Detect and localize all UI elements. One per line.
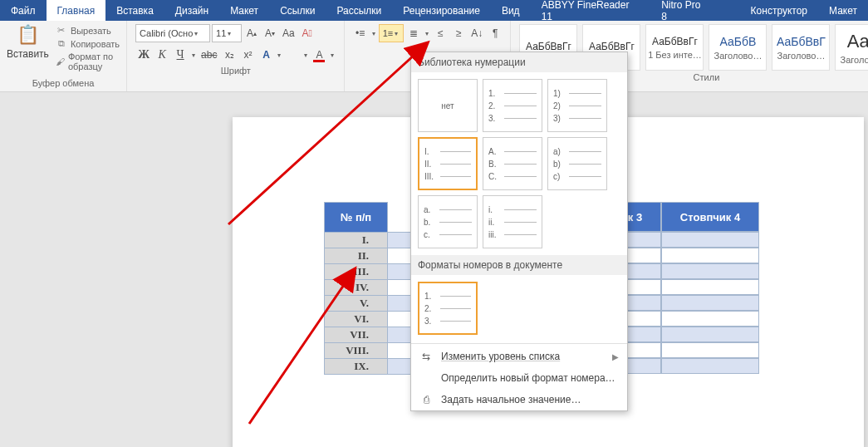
numbering-thumb-123dot[interactable]: 1.2.3. xyxy=(483,79,542,132)
strikethrough-button[interactable]: abc xyxy=(199,46,219,64)
copy-label: Копировать xyxy=(71,39,120,49)
style-item[interactable]: АаБбВвГг1 Без инте… xyxy=(645,24,704,71)
row-number-cell[interactable]: VIII. xyxy=(325,343,388,359)
table-header-num: № п/п xyxy=(325,203,388,233)
row-number-cell[interactable]: II. xyxy=(325,248,388,264)
increase-indent-button[interactable]: ≥ xyxy=(450,24,467,42)
table-cell[interactable] xyxy=(661,327,759,342)
change-case-button[interactable]: Aa xyxy=(280,24,297,42)
format-painter-button[interactable]: 🖌Формат по образцу xyxy=(56,51,120,72)
numbering-thumb-abc-lower[interactable]: a.b.c. xyxy=(418,195,478,248)
group-font-label: Шрифт xyxy=(221,64,251,79)
paste-button[interactable]: 📋 Вставить xyxy=(3,24,52,60)
numbering-dropdown: Библиотека нумерации нет 1.2.3. 1)2)3) I… xyxy=(410,52,628,411)
ribbon-tabs: Файл Главная Вставка Дизайн Макет Ссылки… xyxy=(0,0,868,21)
table-header-c4: Стовпчик 4 xyxy=(661,202,759,232)
superscript-button[interactable]: x² xyxy=(239,46,256,64)
chevron-down-icon: ▾ xyxy=(226,30,233,37)
chevron-down-icon: ▾ xyxy=(393,30,400,37)
tab-insert[interactable]: Вставка xyxy=(105,0,164,21)
doc-formats-grid: 1.2.3. xyxy=(411,275,627,341)
table-cell[interactable] xyxy=(661,232,759,248)
highlight-button[interactable] xyxy=(284,46,301,64)
font-color-button[interactable]: A xyxy=(311,46,327,64)
row-number-cell[interactable]: IV. xyxy=(325,280,388,296)
row-number-cell[interactable]: V. xyxy=(325,296,388,312)
brush-icon: 🖌 xyxy=(56,56,65,66)
style-item[interactable]: АаБбВвГЗаголово… xyxy=(772,24,830,71)
tab-home[interactable]: Главная xyxy=(47,0,106,21)
row-number-cell[interactable]: VII. xyxy=(325,327,388,343)
shrink-font-button[interactable]: A▾ xyxy=(262,24,278,42)
numbering-thumb-abc-upper[interactable]: A.B.C. xyxy=(483,137,542,190)
sort-button[interactable]: A↓ xyxy=(468,24,485,42)
underline-button[interactable]: Ч xyxy=(172,46,189,64)
change-list-level[interactable]: ⇆ Изменить уровень списка ▶ xyxy=(411,346,627,367)
tab-references[interactable]: Ссылки xyxy=(269,0,326,21)
library-header: Библиотека нумерации xyxy=(411,52,627,72)
numbering-thumb-roman[interactable]: I.II.III. xyxy=(418,137,478,190)
library-grid: нет 1.2.3. 1)2)3) I.II.III. A.B.C. a)b)c… xyxy=(411,72,627,255)
style-item[interactable]: АаБЗаголово… xyxy=(835,24,868,71)
tab-view[interactable]: Вид xyxy=(491,0,531,21)
bold-button[interactable]: Ж xyxy=(135,46,152,64)
number-icon: ⎙ xyxy=(419,394,433,405)
decrease-indent-button[interactable]: ≤ xyxy=(432,24,449,42)
row-number-cell[interactable]: VI. xyxy=(325,312,388,327)
numbering-thumb-roman-lower[interactable]: i.ii.iii. xyxy=(483,195,542,248)
tab-nitro[interactable]: Nitro Pro 8 xyxy=(650,0,718,21)
tab-mailings[interactable]: Рассылки xyxy=(326,0,392,21)
row-number-cell[interactable]: III. xyxy=(325,264,388,280)
set-numbering-value[interactable]: ⎙ Задать начальное значение… xyxy=(411,389,627,410)
clipboard-icon: 📋 xyxy=(17,24,39,46)
tab-abbyy[interactable]: ABBYY FineReader 11 xyxy=(531,0,651,21)
row-number-cell[interactable]: IX. xyxy=(325,359,388,375)
numbering-icon: 1≡ xyxy=(383,28,394,38)
tab-constructor[interactable]: Конструктор xyxy=(740,0,818,21)
tab-file[interactable]: Файл xyxy=(0,0,47,21)
group-styles-label: Стили xyxy=(694,71,720,86)
indent-icon: ⇆ xyxy=(419,351,433,362)
numbering-button[interactable]: 1≡ ▾ xyxy=(379,24,405,42)
paste-label: Вставить xyxy=(7,48,49,60)
tabs-spacer xyxy=(718,0,740,21)
font-size-combo[interactable]: 11▾ xyxy=(212,24,242,42)
define-new-format[interactable]: Определить новый формат номера… xyxy=(411,367,627,389)
group-clipboard: 📋 Вставить ✂Вырезать ⧉Копировать 🖌Формат… xyxy=(0,21,127,91)
table-cell[interactable] xyxy=(661,248,759,263)
tab-layout2[interactable]: Макет xyxy=(818,0,868,21)
table-cell[interactable] xyxy=(661,263,759,279)
multilevel-button[interactable]: ≣ xyxy=(405,24,422,42)
table-cell[interactable] xyxy=(661,279,759,295)
bullets-button[interactable]: •≡ xyxy=(352,24,369,42)
group-clipboard-label: Буфер обмена xyxy=(32,76,95,91)
table-cell[interactable] xyxy=(661,295,759,311)
grow-font-button[interactable]: A▴ xyxy=(243,24,260,42)
numbering-thumb-123paren[interactable]: 1)2)3) xyxy=(547,79,607,132)
cut-label: Вырезать xyxy=(71,26,111,36)
style-item[interactable]: АаБбВЗаголово… xyxy=(709,24,767,71)
tab-design[interactable]: Дизайн xyxy=(164,0,219,21)
tab-layout[interactable]: Макет xyxy=(219,0,269,21)
doc-numbering-thumb[interactable]: 1.2.3. xyxy=(418,282,478,335)
font-name-combo[interactable]: Calibri (Осно▾ xyxy=(135,24,210,42)
copy-icon: ⧉ xyxy=(56,38,67,49)
chevron-down-icon: ▾ xyxy=(193,30,199,37)
tab-review[interactable]: Рецензирование xyxy=(392,0,491,21)
numbering-none[interactable]: нет xyxy=(418,79,478,132)
table-cell[interactable] xyxy=(661,311,759,327)
italic-button[interactable]: К xyxy=(154,46,170,64)
text-effects-button[interactable]: A xyxy=(257,46,274,64)
show-marks-button[interactable]: ¶ xyxy=(487,24,503,42)
table-cell[interactable] xyxy=(661,358,759,374)
copy-button[interactable]: ⧉Копировать xyxy=(56,37,120,50)
table-cell[interactable] xyxy=(661,342,759,358)
doc-formats-header: Форматы номеров в документе xyxy=(411,255,627,275)
scissors-icon: ✂ xyxy=(56,25,67,36)
clear-format-button[interactable]: A⃠ xyxy=(299,24,316,42)
format-painter-label: Формат по образцу xyxy=(68,52,120,71)
row-number-cell[interactable]: I. xyxy=(325,233,388,248)
cut-button[interactable]: ✂Вырезать xyxy=(56,24,120,37)
subscript-button[interactable]: x₂ xyxy=(221,46,238,64)
numbering-thumb-abc-paren[interactable]: a)b)c) xyxy=(547,137,607,190)
